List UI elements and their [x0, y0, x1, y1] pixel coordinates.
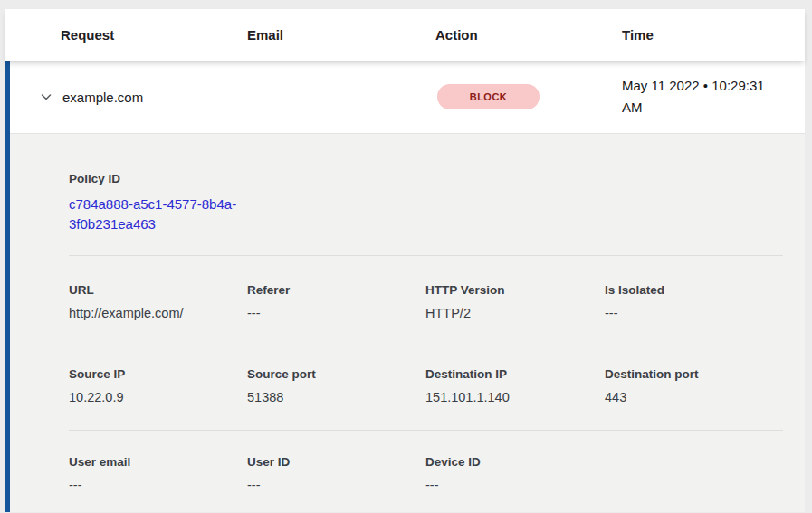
field-value: 10.22.0.9: [69, 390, 247, 404]
field-label: Destination port: [605, 367, 783, 381]
row-time-value: May 11 2022 • 10:29:31 AM: [622, 75, 781, 119]
field-label: HTTP Version: [425, 283, 605, 297]
column-header-request: Request: [61, 27, 247, 43]
field-destination-port: Destination port 443: [605, 367, 783, 404]
field-destination-ip: Destination IP 151.101.1.140: [425, 367, 605, 404]
policy-id-section: Policy ID c784a888-a5c1-4577-8b4a-3f0b23…: [69, 172, 783, 256]
field-value: ---: [247, 478, 425, 492]
field-http-version: HTTP Version HTTP/2: [425, 283, 605, 320]
chevron-down-icon: [39, 90, 53, 104]
field-label: Is Isolated: [605, 283, 783, 297]
field-value: 443: [605, 390, 783, 404]
collapse-row-button[interactable]: [38, 89, 54, 105]
field-label: Referer: [247, 283, 425, 297]
field-value: HTTP/2: [425, 306, 605, 320]
field-value: ---: [605, 306, 783, 320]
field-is-isolated: Is Isolated ---: [605, 283, 783, 320]
field-value: 51388: [247, 390, 425, 404]
row-request-value: example.com: [62, 90, 247, 105]
field-value: ---: [425, 478, 605, 492]
log-row[interactable]: example.com BLOCK May 11 2022 • 10:29:31…: [10, 61, 805, 134]
fields-row: Source IP 10.22.0.9 Source port 51388 De…: [69, 367, 783, 404]
field-value: 151.101.1.140: [425, 390, 605, 404]
status-badge-block: BLOCK: [437, 84, 540, 109]
field-device-id: Device ID ---: [425, 455, 605, 492]
row-action-cell: BLOCK: [435, 84, 622, 109]
field-label: Destination IP: [425, 367, 605, 381]
column-header-email: Email: [247, 27, 435, 43]
field-label: Source IP: [69, 367, 247, 381]
table-header: Request Email Action Time: [5, 9, 805, 61]
user-details-section: User email --- User ID --- Device ID ---: [69, 431, 783, 492]
field-user-id: User ID ---: [247, 455, 425, 492]
request-details-section: URL http://example.com/ Referer --- HTTP…: [69, 256, 783, 431]
policy-id-link[interactable]: c784a888-a5c1-4577-8b4a-3f0b231ea463: [69, 195, 250, 234]
field-label: User ID: [247, 455, 425, 469]
fields-row: User email --- User ID --- Device ID ---: [69, 455, 783, 492]
field-label: User email: [69, 455, 247, 469]
column-header-action: Action: [435, 27, 622, 43]
field-value: http://example.com/: [69, 306, 247, 320]
field-referer: Referer ---: [247, 283, 425, 320]
policy-id-label: Policy ID: [69, 172, 783, 185]
field-empty: [605, 455, 783, 492]
column-header-time: Time: [622, 27, 805, 43]
field-value: ---: [247, 306, 425, 320]
field-url: URL http://example.com/: [69, 283, 247, 320]
fields-row: URL http://example.com/ Referer --- HTTP…: [69, 283, 783, 320]
field-label: Device ID: [425, 455, 605, 469]
log-viewer: Request Email Action Time example.com BL…: [0, 0, 812, 512]
row-details-panel: Policy ID c784a888-a5c1-4577-8b4a-3f0b23…: [10, 134, 805, 512]
field-source-ip: Source IP 10.22.0.9: [69, 367, 247, 404]
field-user-email: User email ---: [69, 455, 247, 492]
field-value: ---: [69, 478, 247, 492]
field-source-port: Source port 51388: [247, 367, 425, 404]
expanded-row-group: example.com BLOCK May 11 2022 • 10:29:31…: [5, 61, 805, 512]
field-label: URL: [69, 283, 247, 297]
field-label: Source port: [247, 367, 425, 381]
